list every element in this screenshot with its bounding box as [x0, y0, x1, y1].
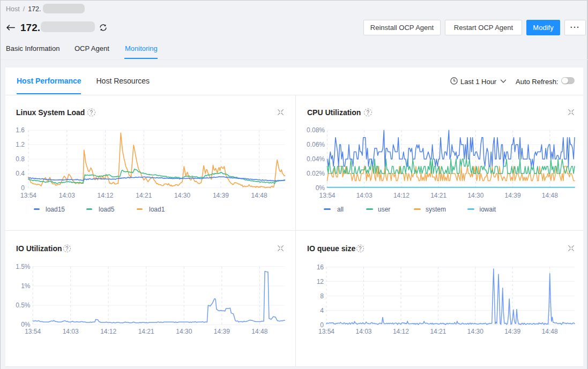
svg-text:14:12: 14:12 [393, 192, 410, 199]
svg-text:0: 0 [21, 184, 25, 192]
svg-text:12: 12 [317, 278, 324, 285]
svg-text:1.6: 1.6 [16, 126, 25, 134]
svg-text:14:12: 14:12 [393, 328, 409, 335]
svg-text:14:21: 14:21 [136, 192, 152, 199]
svg-text:14:21: 14:21 [430, 328, 446, 335]
svg-text:14:48: 14:48 [251, 192, 267, 199]
svg-text:14:12: 14:12 [97, 192, 113, 199]
svg-text:13:54: 13:54 [319, 192, 335, 199]
svg-text:1%: 1% [21, 282, 31, 290]
svg-text:14:39: 14:39 [213, 192, 229, 199]
svg-text:14:30: 14:30 [467, 192, 483, 199]
svg-text:13:54: 13:54 [318, 328, 334, 335]
svg-text:14:39: 14:39 [504, 328, 520, 335]
svg-text:16: 16 [317, 263, 324, 271]
svg-text:14:30: 14:30 [176, 328, 192, 335]
svg-text:14:12: 14:12 [100, 328, 116, 335]
svg-text:14:48: 14:48 [542, 328, 558, 335]
svg-text:14:39: 14:39 [505, 192, 521, 199]
svg-text:14:30: 14:30 [467, 328, 483, 335]
svg-text:1.2: 1.2 [16, 141, 25, 148]
svg-text:14:48: 14:48 [251, 328, 267, 335]
svg-text:0%: 0% [316, 184, 325, 192]
svg-text:0.5%: 0.5% [16, 302, 31, 309]
svg-text:0.4: 0.4 [16, 170, 25, 177]
svg-text:4: 4 [320, 307, 324, 314]
svg-text:13:54: 13:54 [25, 328, 41, 335]
svg-text:0.8: 0.8 [16, 155, 25, 163]
svg-text:14:30: 14:30 [174, 192, 190, 199]
svg-text:14:48: 14:48 [542, 192, 558, 199]
svg-text:8: 8 [320, 292, 324, 300]
svg-text:14:21: 14:21 [430, 192, 446, 199]
svg-text:14:03: 14:03 [355, 328, 371, 335]
svg-text:14:03: 14:03 [356, 192, 373, 199]
svg-text:0.06%: 0.06% [307, 141, 325, 148]
svg-text:0.08%: 0.08% [307, 126, 325, 134]
svg-text:14:39: 14:39 [214, 328, 230, 335]
svg-text:1.5%: 1.5% [16, 263, 31, 270]
svg-text:14:03: 14:03 [59, 192, 75, 199]
svg-text:0.02%: 0.02% [307, 170, 325, 177]
svg-text:13:54: 13:54 [20, 192, 36, 199]
svg-text:14:21: 14:21 [138, 328, 154, 335]
svg-text:0.04%: 0.04% [307, 155, 325, 163]
svg-text:14:03: 14:03 [63, 328, 79, 335]
